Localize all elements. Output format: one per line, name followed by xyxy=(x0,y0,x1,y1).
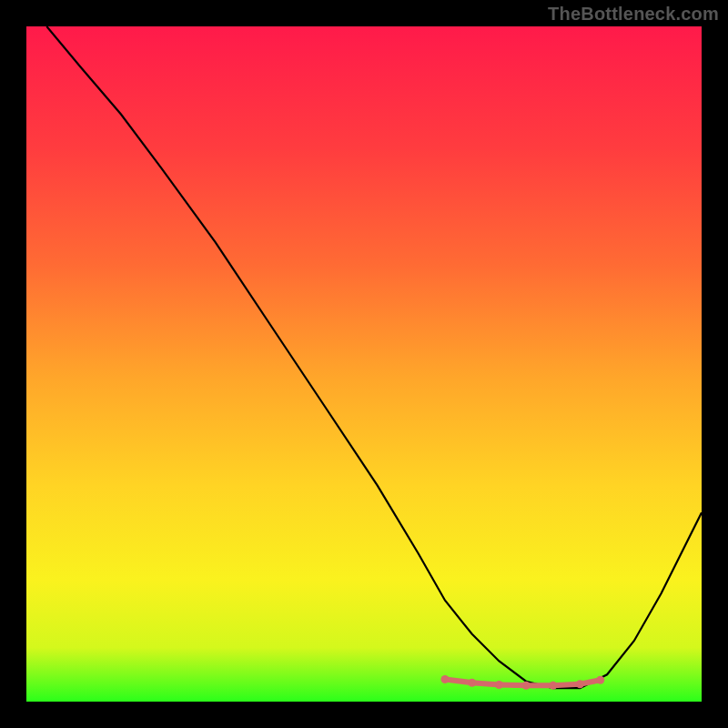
trough-dot xyxy=(596,676,604,684)
chart-container: TheBottleneck.com xyxy=(0,0,728,728)
bottleneck-chart xyxy=(26,26,702,702)
watermark-text: TheBottleneck.com xyxy=(548,4,719,25)
gradient-background xyxy=(26,26,702,702)
plot-area xyxy=(26,26,702,702)
